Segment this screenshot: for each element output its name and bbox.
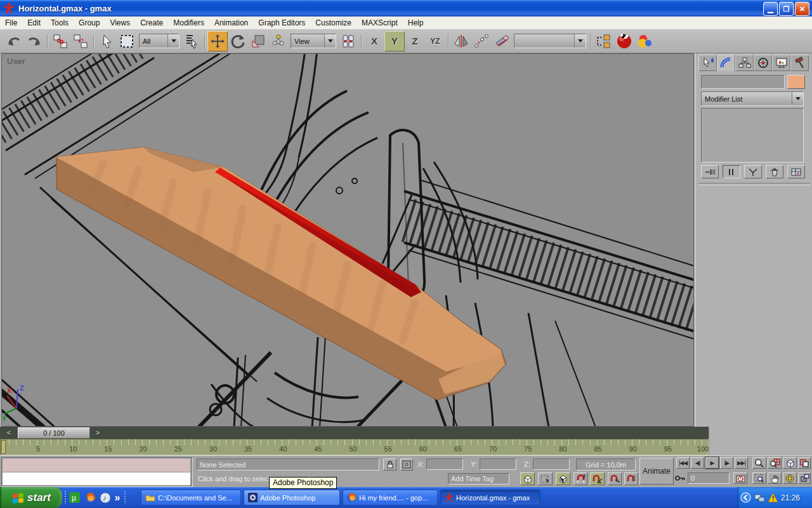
restrict-x-button[interactable]: X xyxy=(364,31,384,51)
key-mode-toggle[interactable] xyxy=(675,474,686,483)
dotted-region-toggle[interactable] xyxy=(538,472,553,485)
x-coordinate-field[interactable] xyxy=(426,458,463,470)
tab-utilities[interactable] xyxy=(790,55,809,71)
current-frame-field[interactable]: 0 xyxy=(688,472,730,484)
track-bar-frame-marker[interactable] xyxy=(1,440,6,454)
align-button[interactable] xyxy=(492,31,512,51)
tab-modify[interactable] xyxy=(717,55,735,71)
menu-modifiers[interactable]: Modifiers xyxy=(168,17,209,29)
task-firefox[interactable]: Hi my friend.... - gop... xyxy=(343,490,438,505)
task-explorer[interactable]: C:\Documents and Se... xyxy=(141,490,241,505)
restrict-plane-button[interactable]: YZ xyxy=(425,31,445,51)
object-name-field[interactable] xyxy=(701,75,785,89)
track-view-button[interactable] xyxy=(594,31,614,51)
viewport-label[interactable]: User xyxy=(7,57,25,66)
select-and-manipulate-button[interactable] xyxy=(268,31,289,51)
maxscript-mini-listener[interactable] xyxy=(1,457,193,487)
utorrent-quicklaunch-icon[interactable]: µ xyxy=(69,491,81,504)
z-coordinate-field[interactable] xyxy=(533,458,570,470)
remove-modifier-button[interactable] xyxy=(766,165,783,178)
tab-create[interactable] xyxy=(698,55,717,71)
menu-create[interactable]: Create xyxy=(135,17,168,29)
zoom-button[interactable] xyxy=(752,457,766,469)
dropdown-arrow-icon[interactable] xyxy=(167,34,179,48)
tab-hierarchy[interactable] xyxy=(735,55,754,71)
restrict-y-button[interactable]: Y xyxy=(384,31,405,51)
select-and-rotate-button[interactable] xyxy=(228,31,248,51)
redo-button[interactable] xyxy=(24,31,44,51)
dropdown-arrow-icon[interactable] xyxy=(574,34,586,48)
menu-animation[interactable]: Animation xyxy=(209,17,253,29)
go-to-end-button[interactable]: ▶▶| xyxy=(735,457,748,469)
hide-icons-chevron[interactable] xyxy=(740,492,751,503)
menu-file[interactable]: File xyxy=(0,17,22,29)
pin-stack-button[interactable] xyxy=(701,165,719,178)
track-bar[interactable]: 5101520253035404550556065707580859095100 xyxy=(0,439,709,455)
menu-edit[interactable]: Edit xyxy=(22,17,46,29)
time-slider-next-button[interactable]: > xyxy=(91,427,104,438)
absolute-offset-toggle[interactable] xyxy=(400,458,413,471)
menu-graph-editors[interactable]: Graph Editors xyxy=(253,17,310,29)
quick-launch-more-chevron[interactable]: » xyxy=(113,491,122,504)
percent-snap-toggle[interactable]: % xyxy=(608,472,622,485)
named-selection-dropdown[interactable] xyxy=(514,34,586,48)
selection-lock-toggle[interactable] xyxy=(383,458,396,471)
previous-frame-button[interactable]: ◀| xyxy=(691,457,704,469)
listener-macro-row[interactable] xyxy=(3,458,190,472)
time-slider-track[interactable]: < 0 / 100 > xyxy=(0,427,709,439)
reference-coordinate-dropdown[interactable]: View xyxy=(291,34,336,48)
firefox-quicklaunch-icon[interactable] xyxy=(84,491,96,504)
add-time-tag-field[interactable]: Add Time Tag xyxy=(448,473,509,485)
configure-modifier-sets-button[interactable] xyxy=(787,165,805,178)
angle-snap-toggle[interactable] xyxy=(590,472,605,485)
play-button[interactable]: ▶ xyxy=(705,457,719,469)
network-tray-icon[interactable] xyxy=(754,493,765,503)
dropdown-arrow-icon[interactable] xyxy=(324,34,336,48)
dropdown-arrow-icon[interactable] xyxy=(792,92,803,105)
next-frame-button[interactable]: |▶ xyxy=(720,457,733,469)
selection-filter-dropdown[interactable]: All xyxy=(139,34,180,48)
restore-button[interactable]: ❐ xyxy=(779,2,794,16)
menu-maxscript[interactable]: MAXScript xyxy=(357,17,403,29)
link-button[interactable] xyxy=(50,31,70,51)
go-to-start-button[interactable]: |◀◀ xyxy=(676,457,690,469)
tab-display[interactable] xyxy=(772,55,790,71)
restrict-z-button[interactable]: Z xyxy=(405,31,425,51)
make-unique-button[interactable] xyxy=(744,165,762,178)
region-zoom-button[interactable] xyxy=(752,472,766,484)
modifier-stack-list[interactable] xyxy=(701,108,804,163)
menu-views[interactable]: Views xyxy=(105,17,135,29)
undo-button[interactable] xyxy=(4,31,24,51)
select-and-move-button[interactable] xyxy=(207,31,228,51)
show-end-result-button[interactable] xyxy=(723,165,740,178)
white-cube-toggle[interactable] xyxy=(520,472,535,485)
y-coordinate-field[interactable] xyxy=(480,458,516,470)
degradation-override-toggle[interactable] xyxy=(556,472,570,485)
array-button[interactable] xyxy=(471,31,492,51)
zoom-extents-button[interactable] xyxy=(783,457,797,469)
warning-tray-icon[interactable]: ! xyxy=(768,493,778,503)
arc-rotate-button[interactable] xyxy=(783,472,797,484)
menu-help[interactable]: Help xyxy=(403,17,429,29)
spinner-snap-toggle[interactable] xyxy=(624,472,638,485)
menu-customize[interactable]: Customize xyxy=(310,17,357,29)
rectangular-selection-region-button[interactable] xyxy=(117,31,137,51)
start-button[interactable]: start xyxy=(0,487,62,508)
mirror-button[interactable] xyxy=(451,31,471,51)
close-button[interactable]: ✕ xyxy=(795,2,809,16)
unlink-button[interactable] xyxy=(70,31,91,51)
user-viewport[interactable]: Z X Y User xyxy=(1,53,694,427)
snap-3d-toggle[interactable]: 3 xyxy=(573,472,587,485)
listener-script-row[interactable] xyxy=(3,472,190,485)
object-color-swatch[interactable] xyxy=(787,75,805,89)
select-object-button[interactable] xyxy=(96,31,117,51)
task-gmax[interactable]: Horizontal.gmax - gmax xyxy=(440,490,540,505)
media-player-quicklaunch-icon[interactable]: ♪ xyxy=(99,491,111,504)
minimize-button[interactable]: ▁ xyxy=(763,2,778,16)
title-bar[interactable]: Horizontal.gmax - gmax ▁ ❐ ✕ xyxy=(0,0,812,17)
zoom-extents-all-button[interactable] xyxy=(798,457,811,469)
material-editor-button[interactable] xyxy=(614,31,634,51)
pan-view-button[interactable] xyxy=(768,472,782,484)
menu-tools[interactable]: Tools xyxy=(46,17,74,29)
time-slider-button[interactable]: 0 / 100 xyxy=(18,427,90,439)
